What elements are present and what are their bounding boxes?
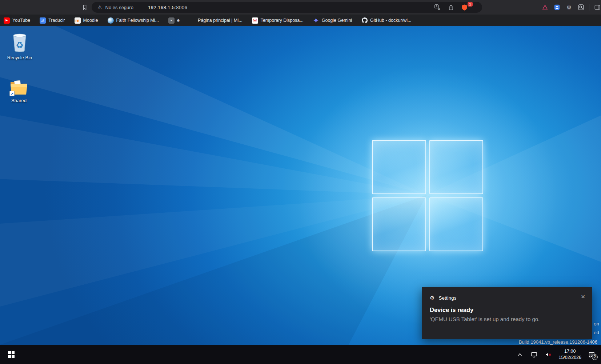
extensions-icon[interactable]: ⚙ (565, 3, 573, 11)
windows-logo-wallpaper (372, 140, 483, 251)
url-port[interactable]: :8006 (175, 5, 187, 10)
watermark-fragment: on (594, 321, 599, 327)
bookmark-github-dockur[interactable]: GitHub - dockur/wi... (361, 17, 411, 24)
toast-title: Device is ready (430, 307, 584, 313)
bookmark-label: Faith Fellowship Mi... (116, 18, 159, 23)
tray-chevron-up-icon[interactable] (516, 351, 524, 359)
bookmark-label: GitHub - dockur/wi... (370, 18, 411, 23)
bookmark-label: Google Gemini (322, 18, 352, 23)
shared-folder-icon: ↗ (9, 79, 28, 96)
bookmarks-bar: ▶ YouTube ⇄ Traducir m Moodle Faith Fell… (0, 15, 601, 26)
faith-fellowship-icon (108, 17, 114, 24)
bookmark-faith-fellowship[interactable]: Faith Fellowship Mi... (108, 17, 159, 24)
microsoft-icon (189, 17, 195, 24)
notification-toast[interactable]: ⚙ Settings × Device is ready 'QEMU USB T… (422, 287, 592, 339)
toast-app-name: Settings (438, 295, 456, 301)
security-label[interactable]: No es seguro (105, 5, 133, 10)
gemini-icon (313, 17, 319, 24)
url-host[interactable]: 192.168.1.5 (148, 5, 175, 10)
toast-close-icon[interactable]: × (581, 293, 585, 300)
bookmark-label: Traducir (48, 18, 65, 23)
network-display-icon[interactable] (530, 351, 538, 359)
bookmark-label: YouTube (12, 18, 30, 23)
start-button[interactable] (8, 351, 15, 358)
profile-icon[interactable] (553, 3, 561, 11)
recycle-bin-icon: ♻ (10, 31, 29, 53)
clock-date: 15/02/2026 (558, 355, 581, 360)
desktop-icon-label: Recycle Bin (7, 55, 32, 60)
watermark-build-line: Build 19041.vb_release.191206-1406 (519, 339, 597, 345)
youtube-icon: ▶ (4, 17, 10, 24)
search-icon[interactable] (577, 3, 585, 11)
bookmark-label: Página principal | Mi... (198, 18, 243, 23)
bookmark-label: Temporary Disposa... (261, 18, 304, 23)
bookmark-pagina-principal[interactable]: Página principal | Mi... (189, 17, 243, 24)
desktop-icon-recycle-bin[interactable]: ♻ Recycle Bin (2, 31, 37, 60)
clock-time: 17:00 (564, 348, 576, 354)
toolbar-divider (474, 4, 474, 11)
github-icon (361, 17, 368, 24)
not-secure-warning-icon: ⚠ (97, 4, 102, 10)
windows-logo-pane (372, 140, 426, 194)
bookmark-temporary-disposable[interactable]: ✉ Temporary Disposa... (252, 17, 304, 24)
moodle-icon: m (75, 17, 81, 24)
mail-icon: ✉ (252, 17, 258, 24)
volume-muted-icon[interactable] (544, 351, 552, 359)
windows-logo-pane (429, 197, 484, 252)
bookmark-e[interactable]: ▸ e (168, 17, 180, 24)
shortcut-arrow-overlay: ↗ (9, 91, 15, 96)
address-bar[interactable]: ⚠ No es seguro 192.168.1.5:8006 (92, 2, 482, 13)
screen: ⚠ No es seguro 192.168.1.5:8006 A 1 (0, 0, 601, 364)
url-text[interactable]: 192.168.1.5:8006 (148, 5, 187, 10)
recycle-symbol: ♻ (16, 40, 24, 50)
bookmark-label: Moodle (83, 18, 98, 23)
bookmark-flag-icon[interactable] (81, 3, 89, 11)
desktop-icon-label: Shared (11, 98, 27, 103)
shield-badge: 1 (468, 2, 473, 7)
windows-logo-pane (429, 140, 484, 194)
toast-message: 'QEMU USB Tablet' is set up and ready to… (430, 316, 584, 322)
share-icon[interactable] (447, 3, 455, 11)
google-translate-icon: ⇄ (40, 17, 46, 24)
translate-icon[interactable]: A (433, 3, 441, 11)
bookmark-moodle[interactable]: m Moodle (75, 17, 98, 24)
generic-favicon: ▸ (168, 17, 175, 24)
browser-toolbar: ⚠ No es seguro 192.168.1.5:8006 A 1 (0, 0, 601, 15)
bookmark-label: e (177, 18, 180, 23)
bookmark-youtube[interactable]: ▶ YouTube (4, 17, 30, 24)
settings-gear-icon: ⚙ (430, 295, 434, 301)
notification-count-badge: 2 (592, 354, 598, 360)
windows-logo-pane (372, 197, 426, 252)
bookmark-traducir[interactable]: ⇄ Traducir (40, 17, 65, 24)
bookmark-google-gemini[interactable]: Google Gemini (313, 17, 352, 24)
desktop-icon-shared[interactable]: ↗ Shared (4, 79, 34, 103)
vm-desktop[interactable]: ♻ Recycle Bin ↗ Shared on ed Build 19041… (0, 26, 601, 345)
toolbar-actions-right: ⚙ (541, 0, 601, 15)
toolbar-actions-left: A 1 (433, 0, 474, 15)
sidebar-toggle-icon[interactable] (593, 3, 601, 11)
svg-text:A: A (437, 7, 440, 11)
rewards-icon[interactable] (541, 3, 549, 11)
watermark-fragment: ed (594, 330, 599, 335)
toolbar-divider (589, 4, 589, 11)
action-center-icon[interactable]: 2 (588, 351, 596, 359)
taskbar-clock[interactable]: 17:00 15/02/2026 (558, 348, 581, 360)
system-tray: 17:00 15/02/2026 2 (516, 348, 601, 360)
taskbar: 17:00 15/02/2026 2 (0, 345, 601, 364)
brave-shield-icon[interactable]: 1 (460, 3, 468, 11)
toast-header: ⚙ Settings (430, 295, 584, 301)
